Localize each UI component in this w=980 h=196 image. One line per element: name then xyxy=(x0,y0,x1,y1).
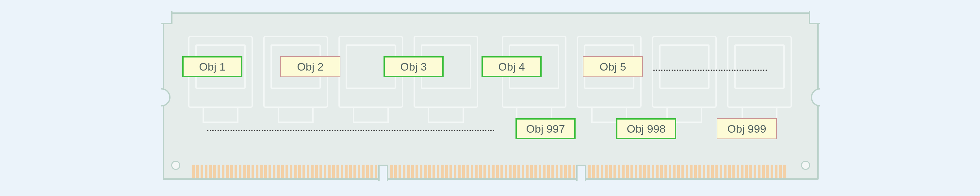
mounting-hole-left xyxy=(171,161,180,170)
ellipsis-dots xyxy=(653,70,767,71)
object-label: Obj 3 xyxy=(383,56,444,77)
object-label: Obj 1 xyxy=(182,56,242,77)
object-label-text: Obj 5 xyxy=(600,61,626,73)
object-label-text: Obj 2 xyxy=(297,61,323,73)
connector-key-notch xyxy=(378,165,388,181)
connector-key-notch xyxy=(576,165,586,181)
object-label: Obj 5 xyxy=(583,56,643,77)
ellipsis-dots xyxy=(207,130,495,131)
diagram-canvas: Obj 1 Obj 2 Obj 3 Obj 4 Obj 5 Obj 997 Ob… xyxy=(0,0,980,196)
object-label: Obj 999 xyxy=(717,118,777,139)
connector-pins xyxy=(588,165,787,178)
object-label-text: Obj 3 xyxy=(400,61,426,73)
object-label: Obj 998 xyxy=(616,118,676,139)
chip-outline xyxy=(727,36,792,108)
object-label: Obj 4 xyxy=(482,56,542,77)
connector-pins xyxy=(192,165,378,178)
connector-pins xyxy=(390,165,576,178)
mounting-hole-right xyxy=(801,161,810,170)
object-label-text: Obj 4 xyxy=(498,61,525,73)
object-label-text: Obj 998 xyxy=(627,123,665,135)
chip-outline xyxy=(652,36,717,108)
object-label: Obj 997 xyxy=(515,118,576,139)
object-label-text: Obj 1 xyxy=(199,61,225,73)
corner-notch-top-right xyxy=(809,11,820,24)
ram-board xyxy=(163,13,819,180)
object-label: Obj 2 xyxy=(280,56,340,77)
ram-module xyxy=(163,13,819,180)
object-label-text: Obj 999 xyxy=(727,123,766,135)
corner-notch-top-left xyxy=(161,11,172,24)
object-label-text: Obj 997 xyxy=(526,123,565,135)
